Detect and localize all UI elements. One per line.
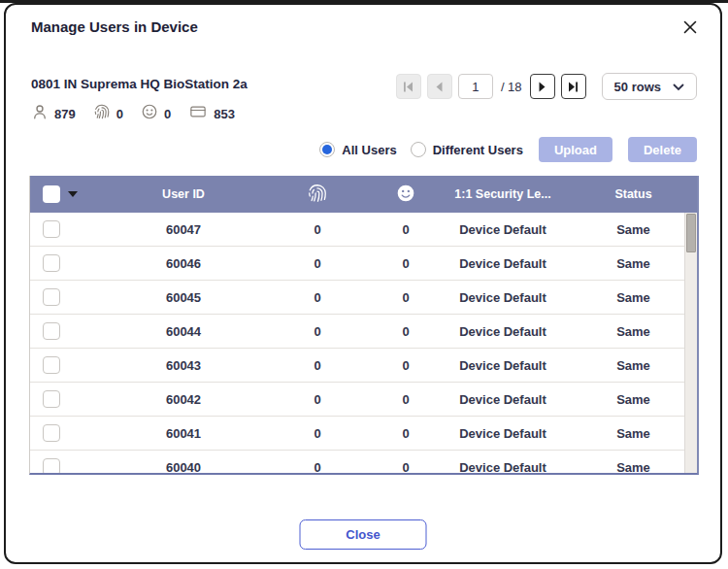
radio-different-users[interactable]: Different Users <box>411 142 523 157</box>
user-count: 879 <box>54 107 76 121</box>
cell-fingerprint-count: 0 <box>259 222 376 237</box>
cell-status: Same <box>570 324 697 339</box>
row-select-cell <box>30 288 108 306</box>
total-pages-label: / 18 <box>501 80 522 94</box>
row-select-cell <box>30 390 108 408</box>
manage-users-dialog-backdrop: Manage Users in Device 0801 IN Suprema H… <box>0 0 728 569</box>
row-checkbox[interactable] <box>43 322 60 340</box>
fingerprint-count-stat: 0 <box>93 103 123 124</box>
cell-face-count: 0 <box>376 324 436 339</box>
cell-status: Same <box>570 460 697 474</box>
cell-face-count: 0 <box>376 358 436 373</box>
rows-per-page-select[interactable]: 50 rows <box>602 73 697 100</box>
chevron-down-icon <box>673 80 684 94</box>
rows-per-page-value: 50 rows <box>614 80 661 94</box>
cell-face-count: 0 <box>376 256 436 271</box>
card-count-stat: 853 <box>188 103 235 124</box>
cell-status: Same <box>570 256 697 271</box>
cell-security-level: Device Default <box>436 256 570 271</box>
card-icon <box>188 103 208 124</box>
upload-button[interactable]: Upload <box>539 137 612 162</box>
face-icon <box>141 103 158 124</box>
row-checkbox[interactable] <box>43 390 60 408</box>
row-select-cell <box>30 322 108 340</box>
table-row[interactable]: 60045 0 0 Device Default Same <box>30 281 697 315</box>
user-icon <box>31 103 49 124</box>
cell-face-count: 0 <box>376 290 436 305</box>
pagination: / 18 50 rows <box>396 73 697 100</box>
cell-fingerprint-count: 0 <box>259 460 376 474</box>
cell-user-id: 60044 <box>108 324 259 339</box>
row-select-cell <box>30 424 108 442</box>
select-all-checkbox[interactable] <box>43 185 60 203</box>
cell-security-level: Device Default <box>436 290 570 305</box>
scrollbar-thumb[interactable] <box>686 214 696 252</box>
cell-fingerprint-count: 0 <box>259 426 376 441</box>
row-checkbox[interactable] <box>43 288 60 306</box>
cell-face-count: 0 <box>376 222 436 237</box>
radio-different-users-label: Different Users <box>433 143 523 157</box>
select-all-header <box>30 185 108 203</box>
row-checkbox[interactable] <box>43 424 60 442</box>
table-header: User ID <box>30 176 697 213</box>
close-icon[interactable] <box>678 15 703 40</box>
row-checkbox[interactable] <box>43 356 60 374</box>
close-button[interactable]: Close <box>300 519 427 550</box>
cell-user-id: 60046 <box>108 256 259 271</box>
cell-fingerprint-count: 0 <box>259 324 376 339</box>
radio-all-users-label: All Users <box>342 143 396 157</box>
manage-users-dialog: Manage Users in Device 0801 IN Suprema H… <box>4 3 722 564</box>
first-page-button[interactable] <box>396 74 421 99</box>
users-table: User ID <box>29 176 699 475</box>
table-row[interactable]: 60040 0 0 Device Default Same <box>30 451 697 473</box>
face-count: 0 <box>164 107 171 121</box>
face-icon <box>396 192 415 206</box>
column-header-fingerprint[interactable] <box>259 183 376 207</box>
cell-status: Same <box>570 426 697 441</box>
cell-face-count: 0 <box>376 460 436 474</box>
cell-security-level: Device Default <box>436 426 570 441</box>
cell-security-level: Device Default <box>436 358 570 373</box>
next-page-button[interactable] <box>530 74 555 99</box>
radio-all-users[interactable]: All Users <box>319 142 396 157</box>
column-header-user-id[interactable]: User ID <box>108 187 259 201</box>
page-number-input[interactable] <box>458 74 493 99</box>
column-header-face[interactable] <box>376 184 436 206</box>
table-row[interactable]: 60047 0 0 Device Default Same <box>30 213 697 247</box>
cell-user-id: 60043 <box>108 358 259 373</box>
row-checkbox[interactable] <box>43 220 60 238</box>
cell-user-id: 60042 <box>108 392 259 407</box>
cell-user-id: 60045 <box>108 290 259 305</box>
dialog-title: Manage Users in Device <box>31 18 198 35</box>
cell-status: Same <box>570 290 697 305</box>
radio-unselected-icon <box>411 142 426 157</box>
table-row[interactable]: 60046 0 0 Device Default Same <box>30 247 697 281</box>
cell-user-id: 60040 <box>108 460 259 474</box>
table-body: 60047 0 0 Device Default Same 60046 0 0 … <box>30 213 697 473</box>
table-row[interactable]: 60043 0 0 Device Default Same <box>30 349 697 383</box>
table-scrollbar[interactable] <box>684 213 697 473</box>
column-header-security-level[interactable]: 1:1 Security Le... <box>436 187 570 201</box>
device-name: 0801 IN Suprema HQ BioStation 2a <box>31 77 248 91</box>
cell-security-level: Device Default <box>436 324 570 339</box>
user-filter-row: All Users Different Users Upload Delete <box>319 137 697 162</box>
row-checkbox[interactable] <box>43 458 60 473</box>
cell-status: Same <box>570 392 697 407</box>
fingerprint-icon <box>307 193 328 207</box>
row-select-cell <box>30 458 108 473</box>
user-count-stat: 879 <box>31 103 76 124</box>
delete-button[interactable]: Delete <box>628 137 697 162</box>
select-dropdown-icon[interactable] <box>68 191 78 197</box>
cell-status: Same <box>570 358 697 373</box>
row-checkbox[interactable] <box>43 254 60 272</box>
cell-security-level: Device Default <box>436 392 570 407</box>
radio-selected-icon <box>319 142 335 157</box>
table-row[interactable]: 60042 0 0 Device Default Same <box>30 383 697 417</box>
previous-page-button[interactable] <box>427 74 452 99</box>
cell-fingerprint-count: 0 <box>259 392 376 407</box>
column-header-status[interactable]: Status <box>570 187 697 201</box>
table-row[interactable]: 60041 0 0 Device Default Same <box>30 417 697 451</box>
last-page-button[interactable] <box>561 74 586 99</box>
table-row[interactable]: 60044 0 0 Device Default Same <box>30 315 697 349</box>
cell-user-id: 60047 <box>108 222 259 237</box>
